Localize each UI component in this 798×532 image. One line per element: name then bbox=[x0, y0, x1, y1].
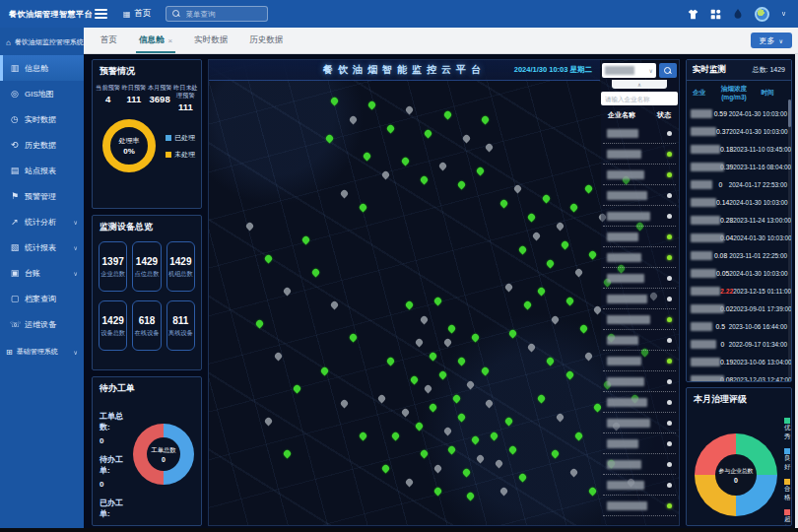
realtime-row[interactable]: 0.5 2023-10-06 16:44:00 bbox=[687, 317, 791, 335]
map-pin-online[interactable] bbox=[386, 357, 396, 366]
company-list-item[interactable] bbox=[603, 123, 676, 144]
map-pin-online[interactable] bbox=[499, 198, 508, 208]
map-pin-online[interactable] bbox=[546, 357, 556, 366]
sidebar-item[interactable]: ⚑ 预警管理 bbox=[0, 183, 84, 209]
realtime-row[interactable]: 0.02 2023-09-01 17:39:00 bbox=[687, 299, 791, 317]
map-pin-offline[interactable] bbox=[330, 300, 340, 310]
close-icon[interactable]: × bbox=[168, 36, 173, 45]
map-pin-online[interactable] bbox=[433, 487, 443, 497]
company-list-item[interactable] bbox=[603, 227, 676, 247]
map-pin-offline[interactable] bbox=[551, 314, 561, 324]
map-pin-online[interactable] bbox=[588, 249, 598, 259]
company-list-item[interactable] bbox=[603, 433, 676, 454]
map-pin-online[interactable] bbox=[391, 431, 401, 440]
menu-toggle-icon[interactable] bbox=[95, 9, 107, 19]
map-pin-online[interactable] bbox=[433, 296, 443, 305]
tab[interactable]: 实时数据 bbox=[183, 28, 238, 53]
map-pin-offline[interactable] bbox=[245, 222, 255, 232]
map-pin-online[interactable] bbox=[381, 463, 391, 473]
map-pin-online[interactable] bbox=[527, 212, 537, 222]
map-pin-online[interactable] bbox=[320, 366, 330, 375]
scrollbar[interactable] bbox=[788, 100, 791, 377]
map-pin-online[interactable] bbox=[503, 417, 513, 427]
sidebar-item[interactable]: ⟲ 历史数据 bbox=[0, 132, 84, 158]
map-pin-offline[interactable] bbox=[527, 342, 537, 352]
map-pin-online[interactable] bbox=[456, 412, 466, 422]
map-pin-offline[interactable] bbox=[437, 161, 447, 170]
map-pin-online[interactable] bbox=[480, 366, 490, 375]
map-pin-offline[interactable] bbox=[405, 477, 415, 487]
company-list-item[interactable] bbox=[603, 496, 676, 516]
map-pin-online[interactable] bbox=[386, 124, 396, 134]
company-name-input[interactable] bbox=[601, 92, 678, 105]
map-pin-online[interactable] bbox=[358, 431, 367, 440]
map-pin-offline[interactable] bbox=[466, 379, 476, 389]
realtime-row[interactable]: 0.28 2023-11-24 13:00:00 bbox=[687, 211, 791, 229]
realtime-row[interactable]: 0 2024-01-17 22:53:00 bbox=[687, 175, 791, 193]
map-pin-offline[interactable] bbox=[424, 384, 433, 394]
map-pin-online[interactable] bbox=[456, 179, 466, 189]
map-pin-offline[interactable] bbox=[503, 282, 513, 292]
map-pin-offline[interactable] bbox=[485, 143, 495, 153]
map-pin-online[interactable] bbox=[437, 370, 447, 380]
map-pin-online[interactable] bbox=[367, 100, 377, 110]
device-stat-box[interactable]: 1429机组总数 bbox=[166, 241, 195, 292]
map-pin-online[interactable] bbox=[358, 203, 367, 213]
realtime-row[interactable]: 0.37 2024-01-30 10:03:00 bbox=[687, 122, 791, 140]
apps-icon[interactable] bbox=[710, 9, 721, 20]
map-pin-online[interactable] bbox=[471, 333, 481, 343]
company-list-item[interactable] bbox=[603, 289, 676, 309]
company-list-item[interactable] bbox=[603, 309, 676, 330]
map-pin-online[interactable] bbox=[517, 244, 527, 254]
map-pin-online[interactable] bbox=[517, 473, 527, 483]
sidebar-item[interactable]: ▤ 站点报表 bbox=[0, 158, 84, 183]
map-pin-online[interactable] bbox=[283, 449, 293, 459]
flame-icon[interactable] bbox=[733, 8, 743, 20]
sidebar-item[interactable]: ▣ 台账 ∨ bbox=[0, 260, 84, 286]
realtime-row[interactable]: 0.05 2024-01-30 10:03:00 bbox=[687, 264, 791, 282]
sidebar-item[interactable]: ☏ 运维设备 bbox=[0, 311, 84, 337]
map-pin-offline[interactable] bbox=[339, 189, 349, 199]
map-pin-offline[interactable] bbox=[349, 114, 359, 124]
company-list-item[interactable] bbox=[603, 185, 676, 206]
realtime-row[interactable]: 0.14 2024-01-30 10:03:00 bbox=[687, 193, 791, 211]
device-stat-box[interactable]: 1429设备总数 bbox=[99, 300, 127, 351]
map-pin-offline[interactable] bbox=[532, 231, 542, 240]
menu-search-input[interactable] bbox=[184, 9, 261, 20]
map-pin-online[interactable] bbox=[541, 193, 551, 203]
map-canvas[interactable]: 餐饮油烟智能监控云平台 2024/1/30 10:03 星期二 ∨ ∧ bbox=[208, 59, 680, 526]
realtime-row[interactable]: 0.39 2023-11-16 08:04:00 bbox=[687, 158, 791, 175]
map-pin-online[interactable] bbox=[400, 157, 410, 166]
map-pin-online[interactable] bbox=[447, 444, 457, 454]
map-pin-online[interactable] bbox=[410, 375, 420, 385]
realtime-row[interactable]: 0.18 2023-11-10 03:45:00 bbox=[687, 140, 791, 158]
map-pin-online[interactable] bbox=[301, 235, 311, 245]
company-list-item[interactable] bbox=[603, 351, 676, 371]
map-pin-online[interactable] bbox=[292, 384, 301, 394]
realtime-row[interactable]: 0.19 2023-10-06 13:04:00 bbox=[687, 353, 791, 370]
sidebar-item[interactable]: ↗ 统计分析 ∨ bbox=[0, 209, 84, 234]
sidebar-item[interactable]: ◷ 实时数据 bbox=[0, 106, 84, 132]
map-pin-online[interactable] bbox=[565, 296, 574, 305]
map-pin-online[interactable] bbox=[536, 287, 546, 297]
realtime-row[interactable]: 0.59 2024-01-30 10:03:00 bbox=[687, 104, 791, 122]
map-pin-online[interactable] bbox=[419, 175, 429, 185]
device-stat-box[interactable]: 1397企业总数 bbox=[99, 241, 127, 292]
tab[interactable]: 首页 bbox=[90, 28, 128, 53]
map-pin-online[interactable] bbox=[310, 268, 320, 278]
company-list-item[interactable] bbox=[603, 247, 676, 268]
map-pin-online[interactable] bbox=[565, 370, 574, 380]
map-pin-online[interactable] bbox=[475, 166, 485, 175]
map-pin-online[interactable] bbox=[429, 352, 438, 362]
map-pin-offline[interactable] bbox=[283, 287, 293, 297]
sidebar-item[interactable]: ▥ 信息舱 bbox=[0, 55, 84, 81]
map-pin-offline[interactable] bbox=[499, 487, 508, 497]
company-list-item[interactable] bbox=[603, 206, 676, 227]
map-pin-online[interactable] bbox=[461, 468, 471, 478]
map-pin-offline[interactable] bbox=[264, 417, 274, 427]
map-pin-online[interactable] bbox=[429, 403, 438, 413]
company-list-item[interactable] bbox=[603, 330, 676, 351]
map-pin-offline[interactable] bbox=[574, 268, 584, 278]
realtime-row[interactable]: 0 2022-09-17 01:34:00 bbox=[687, 335, 791, 353]
device-stat-box[interactable]: 811离线设备 bbox=[166, 300, 195, 351]
